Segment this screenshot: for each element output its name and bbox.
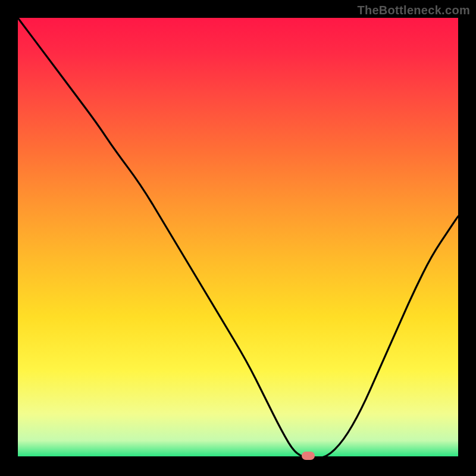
watermark-text: TheBottleneck.com <box>357 4 470 17</box>
bottleneck-chart: TheBottleneck.com <box>0 0 476 476</box>
plot-area <box>18 18 458 458</box>
chart-svg <box>18 18 458 458</box>
chart-background <box>18 18 458 458</box>
optimal-point-marker <box>302 452 315 460</box>
